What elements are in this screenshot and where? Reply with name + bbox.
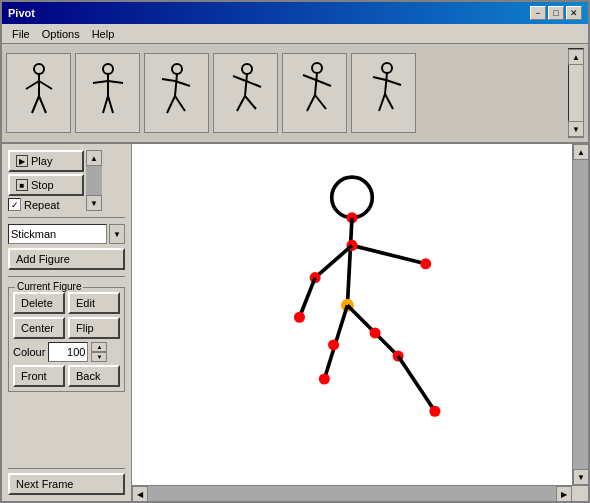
frames-panel: ▲ ▼ <box>2 44 588 144</box>
canvas-container: ▲ ▼ <box>132 144 588 485</box>
svg-line-14 <box>162 79 175 81</box>
frame-stickman-2 <box>83 61 133 126</box>
svg-point-49 <box>370 327 381 338</box>
colour-spin-up[interactable]: ▲ <box>91 342 107 352</box>
frame-thumb-1[interactable] <box>6 53 71 133</box>
colour-spin-down[interactable]: ▼ <box>91 352 107 362</box>
svg-line-13 <box>175 74 177 96</box>
svg-line-15 <box>175 81 190 86</box>
frame-thumb-4[interactable] <box>213 53 278 133</box>
menu-options[interactable]: Options <box>36 26 86 42</box>
stickman-svg <box>132 144 572 485</box>
colour-row: Colour 100 ▲ ▼ <box>13 342 120 362</box>
divider-3 <box>8 468 125 469</box>
playback-scroll-down[interactable]: ▼ <box>86 195 102 211</box>
svg-point-18 <box>242 64 252 74</box>
colour-input[interactable]: 100 <box>48 342 88 362</box>
frame-thumb-2[interactable] <box>75 53 140 133</box>
flip-button[interactable]: Flip <box>68 317 120 339</box>
repeat-checkbox[interactable]: ✓ <box>8 198 21 211</box>
svg-line-25 <box>315 73 317 95</box>
canvas-vscrollbar[interactable]: ▲ ▼ <box>572 144 588 485</box>
svg-line-5 <box>39 96 46 113</box>
canvas-hscrollbar[interactable]: ◀ ▶ <box>132 485 588 501</box>
svg-line-43 <box>315 245 352 277</box>
svg-line-29 <box>315 95 326 109</box>
frames-scrollbar[interactable]: ▲ ▼ <box>568 48 584 138</box>
svg-point-0 <box>34 64 44 74</box>
svg-line-21 <box>246 81 261 87</box>
minimize-button[interactable]: − <box>530 6 546 20</box>
add-figure-button[interactable]: Add Figure <box>8 248 125 270</box>
delete-button[interactable]: Delete <box>13 292 65 314</box>
frame-stickman-3 <box>152 61 202 126</box>
close-button[interactable]: ✕ <box>566 6 582 20</box>
window-title: Pivot <box>8 7 35 19</box>
svg-line-19 <box>245 74 247 96</box>
right-side: ▲ ▼ ◀ ▶ <box>132 144 588 501</box>
svg-point-30 <box>382 63 392 73</box>
edit-button[interactable]: Edit <box>68 292 120 314</box>
menu-file[interactable]: File <box>6 26 36 42</box>
playback-scroll: ▲ ▼ <box>86 150 102 211</box>
stop-icon: ■ <box>16 179 28 191</box>
svg-line-4 <box>32 96 39 113</box>
current-figure-group: Current Figure Delete Edit Center Flip C… <box>8 287 125 392</box>
main-window: Pivot − □ ✕ File Options Help <box>0 0 590 503</box>
maximize-button[interactable]: □ <box>548 6 564 20</box>
vscroll-track <box>573 160 588 469</box>
hscroll-right-btn[interactable]: ▶ <box>556 486 572 501</box>
frames-scroll <box>6 53 568 133</box>
menu-help[interactable]: Help <box>86 26 121 42</box>
figure-button-grid: Delete Edit Center Flip <box>13 292 120 339</box>
front-button[interactable]: Front <box>13 365 65 387</box>
svg-line-28 <box>307 95 315 111</box>
current-figure-label: Current Figure <box>15 281 83 292</box>
playback-section: ▶ Play ■ Stop ✓ Repeat ▲ ▼ <box>8 150 125 211</box>
left-panel: ▶ Play ■ Stop ✓ Repeat ▲ ▼ <box>2 144 132 501</box>
stop-button[interactable]: ■ Stop <box>8 174 84 196</box>
figure-dropdown[interactable]: Stickman <box>8 224 107 244</box>
frames-scroll-down[interactable]: ▼ <box>568 121 584 137</box>
play-icon: ▶ <box>16 155 28 167</box>
frame-thumb-6[interactable] <box>351 53 416 133</box>
frame-stickman-6 <box>359 61 409 126</box>
svg-point-42 <box>420 258 431 269</box>
svg-line-51 <box>398 356 435 411</box>
figure-dropdown-arrow[interactable]: ▼ <box>109 224 125 244</box>
center-button[interactable]: Center <box>13 317 65 339</box>
frames-scroll-up[interactable]: ▲ <box>568 49 584 65</box>
hscroll-left-btn[interactable]: ◀ <box>132 486 148 501</box>
svg-line-9 <box>108 81 123 83</box>
svg-point-54 <box>294 312 305 323</box>
svg-line-10 <box>103 96 108 113</box>
bottom-section: Next Frame <box>8 466 125 495</box>
title-controls: − □ ✕ <box>530 6 582 20</box>
title-bar: Pivot − □ ✕ <box>2 2 588 24</box>
svg-point-36 <box>332 177 373 218</box>
playback-scroll-up[interactable]: ▲ <box>86 150 102 166</box>
svg-line-8 <box>93 81 108 83</box>
svg-line-23 <box>245 96 256 109</box>
figure-dropdown-row: Stickman ▼ <box>8 224 125 244</box>
back-button[interactable]: Back <box>68 365 120 387</box>
svg-line-20 <box>233 76 246 81</box>
next-frame-button[interactable]: Next Frame <box>8 473 125 495</box>
svg-line-2 <box>26 81 39 89</box>
svg-line-3 <box>39 81 52 89</box>
repeat-label: Repeat <box>24 199 59 211</box>
svg-line-40 <box>352 245 426 263</box>
svg-line-53 <box>299 278 315 318</box>
main-canvas[interactable] <box>132 144 572 485</box>
svg-line-27 <box>316 80 331 86</box>
frame-thumb-5[interactable] <box>282 53 347 133</box>
hscroll-track <box>148 486 556 501</box>
svg-line-38 <box>347 218 352 306</box>
play-button[interactable]: ▶ Play <box>8 150 84 172</box>
vscroll-down-btn[interactable]: ▼ <box>573 469 588 485</box>
frame-stickman-5 <box>290 61 340 126</box>
svg-line-17 <box>175 96 185 111</box>
vscroll-up-btn[interactable]: ▲ <box>573 144 588 160</box>
frame-thumb-3[interactable] <box>144 53 209 133</box>
svg-line-22 <box>237 96 245 111</box>
